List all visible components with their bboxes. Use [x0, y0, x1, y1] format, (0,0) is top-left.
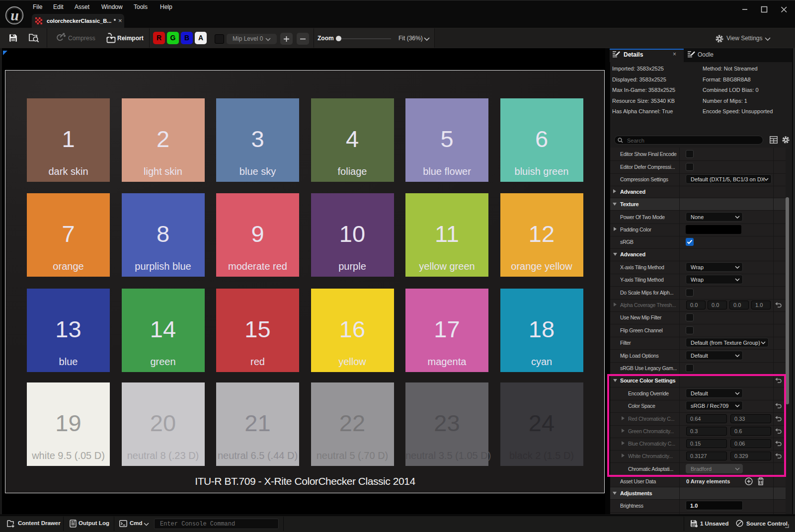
svg-text:u: u: [10, 7, 19, 23]
